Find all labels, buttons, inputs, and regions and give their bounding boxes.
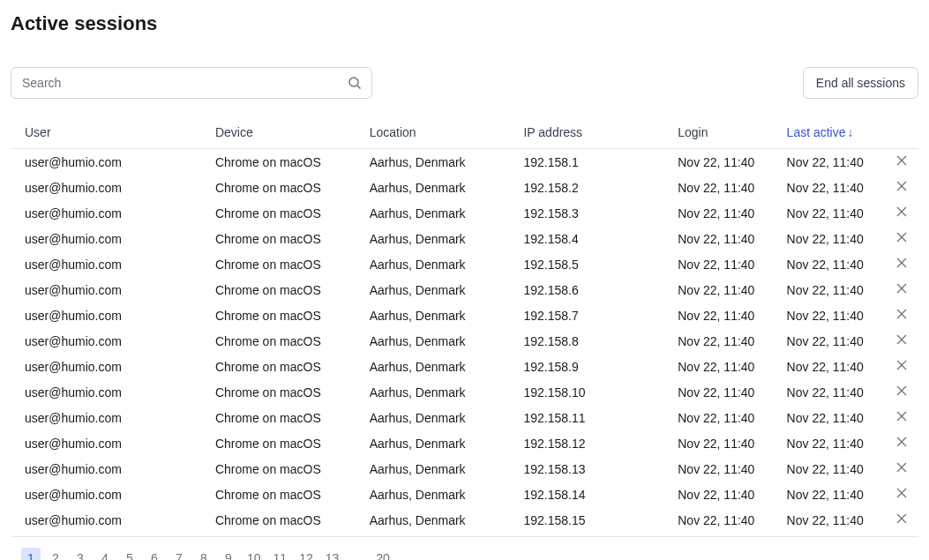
- table-row: user@humio.comChrome on macOSAarhus, Den…: [11, 226, 918, 251]
- cell-ip: 192.158.2: [509, 175, 663, 200]
- cell-actions: [881, 430, 918, 456]
- cell-location: Aarhus, Denmark: [356, 200, 510, 226]
- pagination-page-13[interactable]: 13: [322, 548, 343, 560]
- cell-device: Chrome on macOS: [201, 328, 356, 354]
- cell-user: user@humio.com: [11, 405, 201, 430]
- pagination-page-4[interactable]: 4: [95, 548, 115, 560]
- cell-device: Chrome on macOS: [201, 149, 356, 175]
- toolbar: End all sessions: [11, 67, 918, 99]
- cell-login: Nov 22, 11:40: [663, 175, 772, 200]
- cell-actions: [881, 302, 918, 328]
- cell-location: Aarhus, Denmark: [356, 277, 510, 302]
- search-input[interactable]: [11, 67, 372, 99]
- cell-location: Aarhus, Denmark: [356, 251, 510, 277]
- close-icon[interactable]: [895, 385, 908, 397]
- close-icon[interactable]: [895, 512, 908, 525]
- pagination-page-2[interactable]: 2: [46, 548, 65, 560]
- cell-ip: 192.158.12: [509, 430, 663, 456]
- cell-location: Aarhus, Denmark: [356, 456, 510, 482]
- cell-location: Aarhus, Denmark: [356, 379, 510, 405]
- cell-actions: [881, 405, 918, 430]
- cell-location: Aarhus, Denmark: [356, 149, 510, 175]
- cell-user: user@humio.com: [11, 430, 201, 456]
- cell-user: user@humio.com: [11, 277, 201, 302]
- close-icon[interactable]: [895, 359, 908, 371]
- close-icon[interactable]: [895, 231, 908, 243]
- cell-login: Nov 22, 11:40: [663, 149, 772, 175]
- cell-ip: 192.158.10: [509, 379, 663, 405]
- pagination-page-11[interactable]: 11: [270, 548, 291, 560]
- column-header-actions: [881, 116, 918, 149]
- pagination-page-3[interactable]: 3: [71, 548, 90, 560]
- close-icon[interactable]: [895, 180, 908, 192]
- cell-last_active: Nov 22, 11:40: [773, 456, 881, 482]
- pagination-page-8[interactable]: 8: [194, 548, 214, 560]
- cell-device: Chrome on macOS: [201, 354, 356, 379]
- column-header-ip[interactable]: IP address: [509, 116, 663, 149]
- close-icon[interactable]: [895, 410, 908, 422]
- pagination-page-9[interactable]: 9: [219, 548, 238, 560]
- column-header-device[interactable]: Device: [201, 116, 356, 149]
- column-header-user[interactable]: User: [11, 116, 201, 149]
- cell-user: user@humio.com: [11, 507, 201, 537]
- close-icon[interactable]: [895, 487, 908, 499]
- cell-user: user@humio.com: [11, 226, 201, 251]
- cell-actions: [881, 482, 918, 507]
- cell-location: Aarhus, Denmark: [356, 405, 510, 430]
- cell-actions: [881, 175, 918, 200]
- end-all-sessions-button[interactable]: End all sessions: [803, 67, 918, 99]
- cell-last_active: Nov 22, 11:40: [773, 226, 881, 251]
- cell-user: user@humio.com: [11, 354, 201, 379]
- pagination-page-10[interactable]: 10: [243, 548, 265, 560]
- cell-location: Aarhus, Denmark: [356, 430, 510, 456]
- column-header-login[interactable]: Login: [663, 116, 772, 149]
- pagination-page-5[interactable]: 5: [120, 548, 139, 560]
- cell-last_active: Nov 22, 11:40: [773, 482, 881, 507]
- column-header-last-active-label: Last active: [787, 125, 846, 139]
- column-header-last-active[interactable]: Last active↓: [773, 116, 881, 149]
- table-row: user@humio.comChrome on macOSAarhus, Den…: [11, 507, 918, 537]
- cell-actions: [881, 354, 918, 379]
- close-icon[interactable]: [895, 257, 908, 269]
- close-icon[interactable]: [895, 461, 908, 474]
- column-header-location[interactable]: Location: [356, 116, 510, 149]
- cell-ip: 192.158.6: [509, 277, 663, 302]
- cell-last_active: Nov 22, 11:40: [773, 302, 881, 328]
- cell-location: Aarhus, Denmark: [356, 354, 510, 379]
- table-row: user@humio.comChrome on macOSAarhus, Den…: [11, 405, 918, 430]
- cell-actions: [881, 226, 918, 251]
- cell-ip: 192.158.7: [509, 302, 663, 328]
- pagination-page-6[interactable]: 6: [145, 548, 164, 560]
- table-row: user@humio.comChrome on macOSAarhus, Den…: [11, 200, 918, 226]
- cell-device: Chrome on macOS: [201, 430, 356, 456]
- cell-device: Chrome on macOS: [201, 379, 356, 405]
- close-icon[interactable]: [895, 205, 908, 218]
- cell-login: Nov 22, 11:40: [663, 251, 772, 277]
- cell-ip: 192.158.8: [509, 328, 663, 354]
- pagination-page-1[interactable]: 1: [21, 548, 41, 560]
- cell-actions: [881, 507, 918, 537]
- close-icon[interactable]: [895, 436, 908, 448]
- table-row: user@humio.comChrome on macOSAarhus, Den…: [11, 354, 918, 379]
- sort-descending-icon: ↓: [848, 125, 854, 139]
- close-icon[interactable]: [895, 333, 908, 346]
- close-icon[interactable]: [895, 282, 908, 295]
- cell-device: Chrome on macOS: [201, 226, 356, 251]
- pagination-page-12[interactable]: 12: [296, 548, 317, 560]
- cell-login: Nov 22, 11:40: [663, 482, 772, 507]
- cell-actions: [881, 251, 918, 277]
- cell-ip: 192.158.1: [509, 149, 663, 175]
- cell-device: Chrome on macOS: [201, 251, 356, 277]
- cell-ip: 192.158.4: [509, 226, 663, 251]
- table-row: user@humio.comChrome on macOSAarhus, Den…: [11, 328, 918, 354]
- pagination-page-7[interactable]: 7: [169, 548, 189, 560]
- close-icon[interactable]: [895, 154, 908, 167]
- close-icon[interactable]: [895, 308, 908, 320]
- cell-actions: [881, 328, 918, 354]
- pagination-page-20[interactable]: 20: [372, 548, 393, 560]
- cell-login: Nov 22, 11:40: [663, 226, 772, 251]
- page-title: Active sessions: [11, 12, 918, 35]
- cell-device: Chrome on macOS: [201, 200, 356, 226]
- cell-user: user@humio.com: [11, 456, 201, 482]
- cell-user: user@humio.com: [11, 302, 201, 328]
